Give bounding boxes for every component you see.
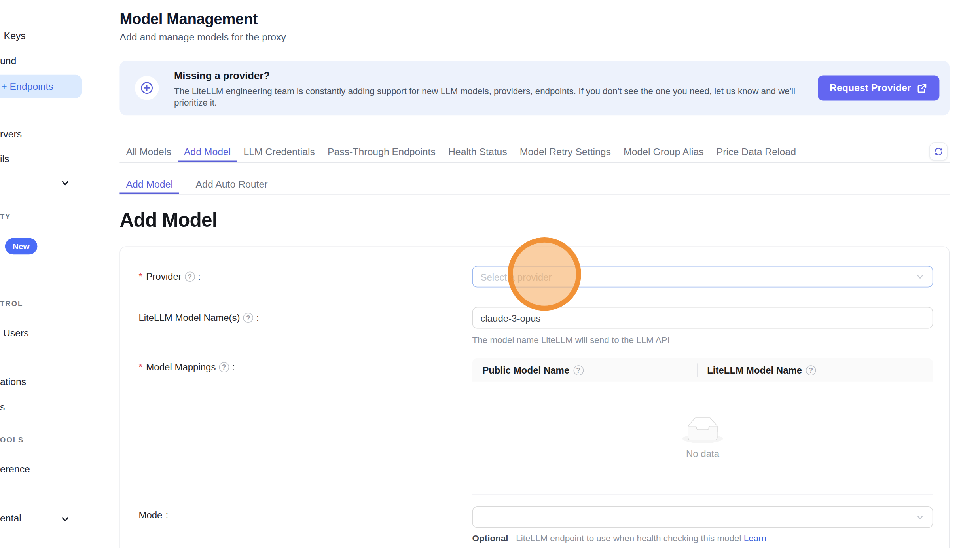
tab-model-retry-settings[interactable]: Model Retry Settings <box>514 142 617 162</box>
add-model-subtabs: Add Model Add Auto Router <box>119 175 950 195</box>
provider-placeholder: Select a provider <box>480 271 552 282</box>
sidebar-section-access-control: TROL <box>0 300 23 307</box>
column-divider <box>697 363 698 377</box>
request-provider-button[interactable]: Request Provider <box>818 75 940 100</box>
new-badge-label: New <box>13 241 30 251</box>
empty-state: No data <box>472 382 933 495</box>
sidebar-item-guardrails[interactable]: ils <box>0 153 9 165</box>
help-icon[interactable]: ? <box>185 271 195 282</box>
column-public-model-name: Public Model Name ? <box>472 365 697 375</box>
model-name-value: claude-3-opus <box>480 313 540 323</box>
tab-pass-through-endpoints[interactable]: Pass-Through Endpoints <box>321 142 442 162</box>
sidebar-item-organizations[interactable]: ations <box>0 376 26 387</box>
add-model-heading: Add Model <box>119 209 217 232</box>
learn-link[interactable]: Learn <box>744 533 766 543</box>
refresh-button[interactable] <box>929 142 948 161</box>
circle-plus-icon <box>135 76 159 100</box>
empty-box-icon <box>682 417 723 443</box>
model-mappings-label: * Model Mappings ? : <box>138 362 235 372</box>
main-content: Model Management Add and manage models f… <box>119 0 950 548</box>
no-data-text: No data <box>686 448 719 459</box>
tab-add-model[interactable]: Add Model <box>178 142 237 162</box>
sidebar-item-api-reference[interactable]: erence <box>0 463 30 475</box>
provider-select[interactable]: Select a provider <box>472 266 933 287</box>
model-mappings-header: Public Model Name ? LiteLLM Model Name ? <box>472 358 933 382</box>
sidebar-item-label: + Endpoints <box>1 81 53 92</box>
tab-health-status[interactable]: Health Status <box>442 142 514 162</box>
subtab-add-auto-router[interactable]: Add Auto Router <box>190 175 274 194</box>
sidebar-item-internal-users[interactable]: Users <box>3 327 29 339</box>
page: Keys und + Endpoints rvers ils TY New TR… <box>0 0 980 548</box>
refresh-icon <box>934 147 943 156</box>
help-icon[interactable]: ? <box>806 365 816 375</box>
required-marker: * <box>138 271 142 282</box>
request-provider-label: Request Provider <box>830 82 911 94</box>
new-badge[interactable]: New <box>5 238 37 255</box>
help-icon[interactable]: ? <box>243 313 254 323</box>
required-marker: * <box>138 362 142 372</box>
tab-llm-credentials[interactable]: LLM Credentials <box>237 142 321 162</box>
sidebar-item-endpoints-active[interactable]: + Endpoints <box>0 75 82 98</box>
chevron-down-icon <box>916 273 924 281</box>
sidebar-section-tools: OOLS <box>0 436 24 444</box>
sidebar-item-experimental[interactable]: ental <box>0 513 21 524</box>
add-model-form-card: * Provider ? : Select a provider LiteLLM… <box>119 246 950 548</box>
sidebar-item-playground[interactable]: und <box>0 55 16 66</box>
page-title: Model Management <box>119 10 258 28</box>
chevron-down-icon[interactable] <box>61 178 70 187</box>
subtab-add-model[interactable]: Add Model <box>119 175 179 194</box>
tab-model-group-alias[interactable]: Model Group Alias <box>617 142 710 162</box>
banner-body: The LiteLLM engineering team is constant… <box>174 86 807 108</box>
model-name-input[interactable]: claude-3-opus <box>472 307 933 328</box>
model-tabs: All Models Add Model LLM Credentials Pas… <box>119 142 950 163</box>
sidebar-section-observability: TY <box>0 213 11 220</box>
mode-helper: Optional - LiteLLM endpoint to use when … <box>472 533 766 543</box>
sidebar-item-keys[interactable]: Keys <box>4 30 26 42</box>
tab-all-models[interactable]: All Models <box>119 142 177 162</box>
chevron-down-icon <box>916 513 924 521</box>
chevron-down-icon[interactable] <box>61 515 70 523</box>
model-mappings-table: Public Model Name ? LiteLLM Model Name ? <box>472 358 933 495</box>
model-name-helper: The model name LiteLLM will send to the … <box>472 335 670 345</box>
column-litellm-model-name: LiteLLM Model Name ? <box>697 365 816 375</box>
mode-select[interactable] <box>472 506 933 528</box>
sidebar-item-teams[interactable]: s <box>0 401 5 413</box>
provider-label: * Provider ? : <box>138 271 201 282</box>
model-name-label: LiteLLM Model Name(s) ? : <box>138 312 259 323</box>
help-icon[interactable]: ? <box>573 365 584 375</box>
sidebar-item-servers[interactable]: rvers <box>0 129 22 140</box>
banner-title: Missing a provider? <box>174 70 270 82</box>
help-icon[interactable]: ? <box>219 362 229 372</box>
external-link-icon <box>917 83 927 93</box>
missing-provider-banner: Missing a provider? The LiteLLM engineer… <box>119 61 950 116</box>
sidebar: Keys und + Endpoints rvers ils TY New TR… <box>0 0 117 548</box>
tab-price-data-reload[interactable]: Price Data Reload <box>710 142 802 162</box>
page-subtitle: Add and manage models for the proxy <box>119 32 286 43</box>
mode-label: Mode : <box>138 510 168 520</box>
